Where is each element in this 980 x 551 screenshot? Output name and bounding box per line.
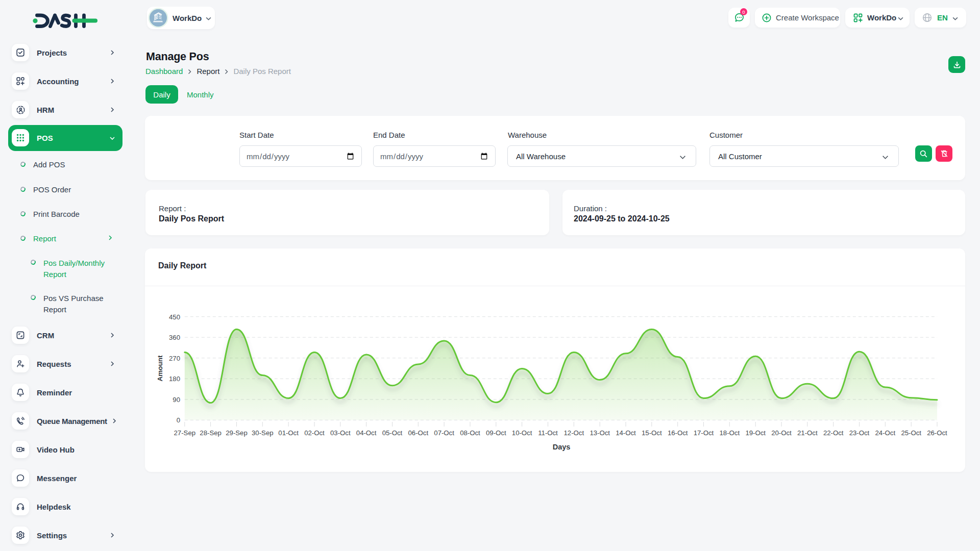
svg-text:0: 0 <box>177 416 180 424</box>
svg-text:Amount: Amount <box>156 355 164 381</box>
svg-text:20-Oct: 20-Oct <box>771 429 792 437</box>
svg-text:11-Oct: 11-Oct <box>538 429 558 437</box>
svg-text:Days: Days <box>553 443 571 451</box>
svg-text:09-Oct: 09-Oct <box>486 429 506 437</box>
svg-text:360: 360 <box>169 334 180 341</box>
svg-text:450: 450 <box>169 313 180 321</box>
svg-text:23-Oct: 23-Oct <box>849 429 870 437</box>
svg-text:06-Oct: 06-Oct <box>408 429 429 437</box>
svg-text:19-Oct: 19-Oct <box>745 429 766 437</box>
svg-text:18-Oct: 18-Oct <box>720 429 740 437</box>
svg-text:17-Oct: 17-Oct <box>694 429 714 437</box>
svg-text:26-Oct: 26-Oct <box>927 429 947 437</box>
svg-text:04-Oct: 04-Oct <box>356 429 377 437</box>
svg-text:10-Oct: 10-Oct <box>512 429 532 437</box>
svg-text:05-Oct: 05-Oct <box>382 429 403 437</box>
svg-text:180: 180 <box>169 375 180 383</box>
svg-text:12-Oct: 12-Oct <box>564 429 584 437</box>
svg-text:03-Oct: 03-Oct <box>330 429 351 437</box>
svg-text:90: 90 <box>173 396 180 404</box>
svg-text:22-Oct: 22-Oct <box>823 429 844 437</box>
svg-text:29-Sep: 29-Sep <box>226 429 248 437</box>
svg-text:08-Oct: 08-Oct <box>460 429 480 437</box>
svg-text:13-Oct: 13-Oct <box>590 429 610 437</box>
svg-text:24-Oct: 24-Oct <box>875 429 896 437</box>
svg-text:21-Oct: 21-Oct <box>797 429 818 437</box>
svg-text:16-Oct: 16-Oct <box>668 429 688 437</box>
svg-text:07-Oct: 07-Oct <box>434 429 454 437</box>
svg-text:28-Sep: 28-Sep <box>200 429 222 437</box>
svg-text:02-Oct: 02-Oct <box>304 429 325 437</box>
svg-text:27-Sep: 27-Sep <box>174 429 196 437</box>
svg-text:15-Oct: 15-Oct <box>642 429 662 437</box>
svg-text:14-Oct: 14-Oct <box>616 429 636 437</box>
svg-text:25-Oct: 25-Oct <box>901 429 921 437</box>
svg-text:30-Sep: 30-Sep <box>252 429 274 437</box>
svg-text:01-Oct: 01-Oct <box>278 429 299 437</box>
svg-text:270: 270 <box>169 355 180 362</box>
